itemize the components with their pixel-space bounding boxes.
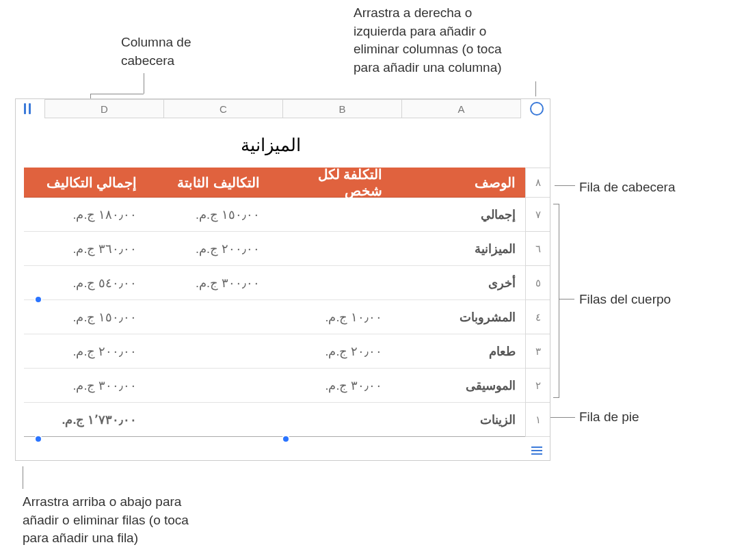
ring-icon	[530, 102, 544, 116]
table-row: أخرى ٣٠٠٫٠٠ ج.م. ٥٤٠٫٠٠ ج.م.	[24, 266, 525, 300]
add-row-button[interactable]	[525, 440, 548, 461]
column-tab[interactable]: D	[44, 99, 163, 118]
row-number[interactable]: ٣	[525, 334, 550, 369]
footer-row: الزينات ١٬٧٣٠٫٠٠ ج.م.	[24, 403, 525, 437]
callout-line	[535, 81, 536, 96]
cell-fixed[interactable]: ٢٠٠٫٠٠ ج.م.	[146, 241, 269, 256]
column-header-bar: A B C D	[44, 99, 521, 118]
callout-line	[90, 94, 144, 94]
callout-body-rows: Filas del cuerpo	[579, 291, 671, 309]
table-title: الميزانية	[16, 135, 525, 156]
cell-per-person[interactable]: ١٠٫٠٠ ج.م.	[269, 310, 392, 325]
cell-desc[interactable]: إجمالي	[392, 207, 525, 222]
header-row: الوصف التكلفة لكل شخص التكاليف الثابتة إ…	[24, 168, 525, 198]
row-number[interactable]: ٢	[525, 369, 550, 403]
cell-total[interactable]: ٥٤٠٫٠٠ ج.م.	[24, 276, 146, 291]
table-row: طعام ٢٠٫٠٠ ج.م. ٢٠٠٫٠٠ ج.م.	[24, 334, 525, 369]
callout-line	[144, 73, 144, 94]
rows-icon	[531, 446, 542, 455]
data-table: الوصف التكلفة لكل شخص التكاليف الثابتة إ…	[24, 168, 525, 437]
table-row: الميزانية ٢٠٠٫٠٠ ج.م. ٣٦٠٫٠٠ ج.م.	[24, 232, 525, 266]
callout-line	[23, 466, 23, 489]
cell-fixed[interactable]: ١٥٠٫٠٠ ج.م.	[146, 207, 269, 222]
column-tab[interactable]: C	[163, 99, 282, 118]
column-tab[interactable]: A	[401, 99, 521, 118]
cell-desc[interactable]: الموسيقى	[392, 378, 525, 393]
row-number-gutter: ٨ ٧ ٦ ٥ ٤ ٣ ٢ ١	[525, 168, 550, 437]
callout-drag-columns: Arrastra a derecha o izquierda para añad…	[354, 4, 502, 77]
callout-header-row: Fila de cabecera	[579, 178, 675, 197]
header-cell-desc[interactable]: الوصف	[392, 174, 525, 191]
callout-column-header: Columna de cabecera	[121, 34, 191, 70]
cell-total[interactable]: ٣٠٠٫٠٠ ج.م.	[24, 378, 146, 393]
table-row: المشروبات ١٠٫٠٠ ج.م. ١٥٠٫٠٠ ج.م.	[24, 300, 525, 334]
cell-per-person[interactable]: ٢٠٫٠٠ ج.م.	[269, 344, 392, 359]
cell-total[interactable]: ٣٦٠٫٠٠ ج.م.	[24, 241, 146, 256]
cell-desc[interactable]: الزينات	[392, 412, 525, 427]
column-tab[interactable]: B	[282, 99, 401, 118]
cell-desc[interactable]: طعام	[392, 344, 525, 359]
cell-fixed[interactable]: ٣٠٠٫٠٠ ج.م.	[146, 276, 269, 291]
cell-total[interactable]: ١٥٠٫٠٠ ج.م.	[24, 310, 146, 325]
row-number[interactable]: ٨	[525, 168, 550, 198]
cell-per-person[interactable]: ٣٠٫٠٠ ج.م.	[269, 378, 392, 393]
callout-footer-row: Fila de pie	[579, 408, 639, 427]
add-column-button[interactable]	[16, 98, 39, 119]
row-number[interactable]: ١	[525, 403, 550, 437]
row-number[interactable]: ٥	[525, 266, 550, 300]
callout-line	[555, 185, 575, 186]
table-row: الموسيقى ٣٠٫٠٠ ج.م. ٣٠٠٫٠٠ ج.م.	[24, 369, 525, 403]
cell-total[interactable]: ١٨٠٫٠٠ ج.م.	[24, 207, 146, 222]
bracket-body-rows	[554, 204, 559, 398]
row-number[interactable]: ٦	[525, 232, 550, 266]
header-cell-total[interactable]: إجمالي التكاليف	[24, 174, 146, 191]
columns-icon	[24, 103, 31, 114]
cell-desc[interactable]: المشروبات	[392, 310, 525, 325]
table-row: إجمالي ١٥٠٫٠٠ ج.م. ١٨٠٫٠٠ ج.م.	[24, 198, 525, 232]
cell-total[interactable]: ١٬٧٣٠٫٠٠ ج.م.	[24, 412, 146, 427]
selection-handle[interactable]	[34, 295, 42, 304]
cell-desc[interactable]: الميزانية	[392, 241, 525, 256]
header-cell-fixed[interactable]: التكاليف الثابتة	[146, 174, 269, 191]
row-number[interactable]: ٧	[525, 198, 550, 232]
cell-desc[interactable]: أخرى	[392, 276, 525, 291]
callout-drag-rows: Arrastra arriba o abajo para añadir o el…	[23, 493, 189, 548]
selection-handle[interactable]	[34, 435, 42, 443]
callout-line	[559, 299, 574, 299]
header-cell-per-person[interactable]: التكلفة لكل شخص	[269, 166, 392, 199]
row-number[interactable]: ٤	[525, 300, 550, 334]
cell-total[interactable]: ٢٠٠٫٠٠ ج.م.	[24, 344, 146, 359]
table-handle-corner[interactable]	[525, 98, 548, 119]
spreadsheet-frame: A B C D الميزانية ٨ ٧ ٦ ٥ ٤ ٣ ٢ ١ الوصف …	[15, 98, 550, 461]
selection-handle[interactable]	[282, 435, 290, 443]
